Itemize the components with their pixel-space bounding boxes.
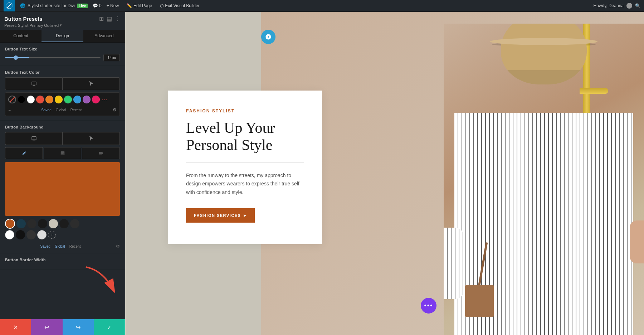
bswatch-brown-orange[interactable]	[5, 219, 15, 229]
monitor-icon	[31, 81, 37, 87]
divi-float-btn[interactable]	[261, 30, 275, 44]
swatch-white[interactable]	[27, 96, 35, 103]
bswatch-white[interactable]	[5, 230, 14, 239]
panel-more-icon[interactable]: ⋮	[115, 15, 121, 22]
recent-label[interactable]: Recent	[70, 108, 82, 112]
panel-columns-icon[interactable]: ▤	[107, 15, 112, 22]
bswatch-dark-2[interactable]	[38, 219, 47, 228]
swatch-black[interactable]	[18, 96, 25, 103]
panel-title: Button Presets	[4, 16, 43, 22]
panel-settings-icon[interactable]: ⊞	[99, 15, 104, 22]
save-button[interactable]: ✓	[94, 319, 125, 335]
bg-type-row	[5, 147, 120, 159]
bg-saved-label[interactable]: Saved	[40, 244, 50, 248]
site-name-label: Stylist starter site for Divi	[28, 3, 75, 8]
edit-icon: ✏️	[127, 3, 132, 8]
saved-label[interactable]: Saved	[41, 108, 51, 112]
comment-number: 0	[99, 3, 102, 8]
preview-area: FASHION STYLIST Level Up Your Personal S…	[125, 12, 644, 335]
new-button[interactable]: + New	[104, 3, 122, 8]
hero-btn-label: FASHION SERVICES	[194, 213, 241, 218]
user-greeting: Howdy, Deanna	[594, 3, 624, 8]
more-colors-btn[interactable]: ⋯	[101, 96, 108, 103]
swatch-orange[interactable]	[45, 96, 53, 103]
hero-divider	[186, 162, 304, 163]
panel-header: Button Presets ⊞ ▤ ⋮ Preset: Stylist Pri…	[0, 12, 125, 30]
tab-design[interactable]: Design	[42, 30, 83, 42]
bswatch-dark-teal[interactable]	[16, 219, 26, 228]
search-icon[interactable]: 🔍	[635, 3, 640, 8]
bg-image-btn[interactable]	[44, 147, 82, 159]
main-content: FASHION STYLIST Level Up Your Personal S…	[125, 12, 644, 335]
gear-icon[interactable]: ⚙	[113, 107, 117, 112]
panel-content: Button Text Size 14px Button Text Color	[0, 43, 125, 335]
cancel-button[interactable]: ✕	[0, 319, 31, 335]
bswatch-dark-1[interactable]	[27, 219, 36, 228]
fashion-image	[444, 24, 644, 335]
redo-icon: ↪	[76, 324, 80, 331]
text-size-value[interactable]: 14px	[103, 54, 120, 61]
bg-image-icon	[60, 151, 65, 156]
hero-title: Level Up Your Personal Style	[186, 119, 304, 154]
tab-advanced-label: Advanced	[94, 33, 113, 38]
bg-cursor-btn[interactable]	[62, 132, 120, 145]
bg-monitor-btn[interactable]	[5, 132, 62, 145]
add-swatch-btn[interactable]: +	[48, 231, 56, 239]
big-color-swatch[interactable]	[5, 162, 120, 216]
swatch-yellow[interactable]	[55, 96, 63, 103]
bg-global-label[interactable]: Global	[55, 244, 65, 248]
hero-cta-button[interactable]: FASHION SERVICES ▶	[186, 208, 255, 223]
global-label[interactable]: Global	[56, 108, 66, 112]
bswatch-very-dark[interactable]	[16, 230, 25, 239]
tab-advanced[interactable]: Advanced	[83, 30, 125, 42]
save-icon: ✓	[107, 324, 112, 331]
text-color-cursor-btn[interactable]	[62, 77, 120, 90]
bg-gear-icon[interactable]: ⚙	[116, 244, 120, 249]
swatch-transparent[interactable]	[8, 96, 16, 103]
swatch-green[interactable]	[64, 96, 72, 103]
site-icon: 🌐	[20, 3, 25, 8]
swatch-purple[interactable]	[83, 96, 91, 103]
panel-bottom-toolbar: ✕ ↩ ↪ ✓	[0, 319, 125, 335]
swatch-blue[interactable]	[73, 96, 81, 103]
bg-color-picker-row	[5, 132, 120, 145]
exit-builder-button[interactable]: ⬡ Exit Visual Builder	[157, 3, 203, 8]
tab-design-label: Design	[56, 33, 69, 38]
text-color-monitor-btn[interactable]	[5, 77, 62, 90]
swatch-red[interactable]	[36, 96, 44, 103]
undo-button[interactable]: ↩	[31, 319, 62, 335]
three-dots-button[interactable]: •••	[421, 298, 436, 314]
bswatch-charcoal[interactable]	[70, 219, 79, 228]
bg-eyedrop-btn[interactable]	[5, 147, 43, 159]
hero-body: From the runway to the streets, my appro…	[186, 171, 304, 197]
swatch-pink[interactable]	[92, 96, 100, 103]
hero-card: FASHION STYLIST Level Up Your Personal S…	[168, 91, 322, 244]
wp-logo-icon[interactable]	[4, 0, 15, 11]
bswatch-light-gray[interactable]	[49, 219, 58, 228]
bswatch-near-black[interactable]	[59, 219, 69, 228]
hero-eyebrow: FASHION STYLIST	[186, 108, 304, 113]
text-size-slider[interactable]	[5, 57, 101, 58]
bg-video-icon	[98, 151, 103, 156]
exit-icon: ⬡	[160, 3, 164, 8]
comment-count[interactable]: 💬 0	[93, 3, 102, 8]
three-dots-icon[interactable]: ···	[8, 107, 10, 113]
three-dots-icon: •••	[424, 302, 433, 310]
eyedrop-icon	[21, 151, 26, 156]
bg-cursor-icon	[88, 136, 94, 141]
site-name-link[interactable]: 🌐 Stylist starter site for Divi Live	[17, 3, 91, 8]
tab-content[interactable]: Content	[0, 30, 42, 42]
text-color-label: Button Text Color	[5, 70, 120, 74]
text-size-slider-row: 14px	[5, 54, 120, 61]
bg-video-btn[interactable]	[82, 147, 120, 159]
bswatch-dark-gray[interactable]	[26, 230, 36, 239]
edit-page-label: Edit Page	[133, 3, 152, 8]
text-size-section: Button Text Size 14px	[0, 43, 125, 66]
bswatch-light[interactable]	[37, 230, 47, 239]
text-size-label: Button Text Size	[5, 47, 120, 51]
edit-page-button[interactable]: ✏️ Edit Page	[124, 3, 155, 8]
swatches-footer: ··· Saved Global Recent ⚙	[8, 106, 117, 113]
bg-recent-label[interactable]: Recent	[69, 244, 81, 248]
user-avatar[interactable]	[626, 3, 632, 9]
redo-button[interactable]: ↪	[63, 319, 94, 335]
